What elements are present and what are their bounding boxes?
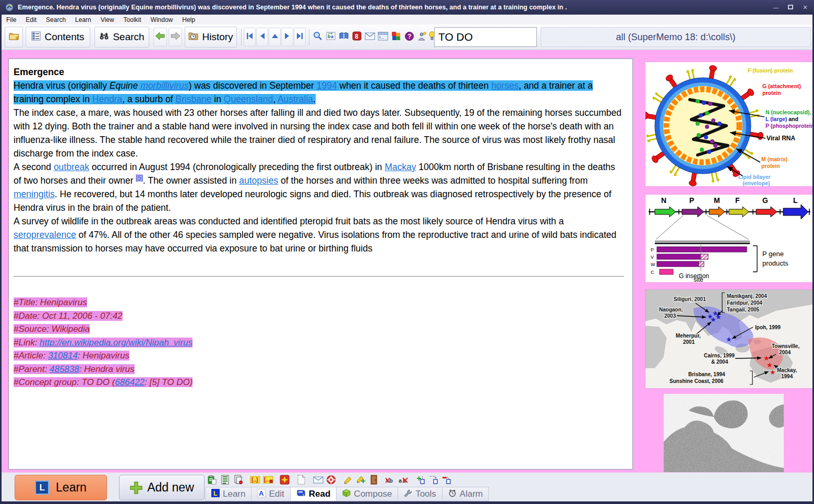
menu-bar: File Edit Search Learn View Toolkit Wind… [2, 15, 812, 25]
collection-selector[interactable]: all (SuperMemo 18: d:\colls\) [541, 27, 811, 47]
article-paragraph: The index case, a mare, was housed with … [14, 106, 625, 160]
gene-label-f: F [735, 196, 740, 205]
highlight-add-icon[interactable] [354, 474, 367, 486]
split-icon[interactable] [427, 474, 440, 486]
help-buoy-icon[interactable] [325, 474, 338, 486]
tab-learn[interactable]: L Learn [205, 487, 251, 501]
text-link[interactable]: 686422 [115, 377, 145, 387]
cloze-icon[interactable]: [.. [261, 474, 274, 486]
virus-diagram-image[interactable]: F (fusion) protein G (attachment) protei… [645, 62, 813, 187]
menu-learn[interactable]: Learn [70, 16, 96, 23]
email-article-icon[interactable] [312, 474, 325, 486]
previous-element-button[interactable] [256, 28, 268, 46]
text-link[interactable]: morbillivirus [140, 80, 188, 91]
text-link[interactable]: seroprevalence [14, 230, 76, 240]
contents-label: Contents [44, 31, 84, 43]
parent-element-icon [271, 32, 279, 42]
text-link[interactable]: Australia [278, 94, 313, 104]
paste-article-icon[interactable] [206, 474, 219, 486]
parent-element-button[interactable] [269, 28, 281, 46]
text-span: #Article: [14, 351, 48, 361]
open-collection-button[interactable]: ★ [5, 27, 23, 47]
rename-button[interactable]: I... [376, 28, 390, 46]
template-icon[interactable] [295, 474, 308, 486]
text-link[interactable]: Hendra [92, 94, 122, 104]
label-m-protein: M (matrix) [761, 156, 787, 162]
tab-read[interactable]: Read [290, 487, 337, 501]
text-link[interactable]: 310814 [48, 351, 78, 361]
electron-micrograph-image[interactable] [664, 394, 784, 472]
minimize-button[interactable]: — [772, 4, 780, 10]
back-button[interactable] [153, 28, 167, 46]
hint-button[interactable] [415, 28, 429, 46]
tab-edit[interactable]: A Edit [251, 487, 290, 501]
highlight-icon[interactable] [341, 474, 354, 486]
menu-window[interactable]: Window [146, 16, 178, 23]
clear-before-icon[interactable]: bx [384, 474, 397, 486]
email-button[interactable] [363, 28, 377, 46]
search-button[interactable]: Search [94, 27, 149, 47]
google-button[interactable]: 8 [350, 28, 364, 46]
learn-button-label: Learn [56, 481, 87, 495]
text-span: Equine [110, 80, 140, 91]
forward-button[interactable] [169, 28, 182, 46]
text-link[interactable]: outbreak [54, 162, 89, 172]
binoculars-icon [99, 31, 109, 43]
tab-compose[interactable]: Compose [336, 487, 398, 501]
menu-edit[interactable]: Edit [21, 16, 41, 23]
tools-tab-icon [404, 489, 412, 500]
reference-icon[interactable] [367, 474, 380, 486]
text-link[interactable]: Queensland [224, 94, 273, 104]
contents-button[interactable]: Contents [26, 27, 90, 47]
text-link[interactable]: 485838 [50, 364, 79, 374]
last-element-button[interactable] [294, 28, 306, 46]
copy-article-icon[interactable] [232, 474, 245, 486]
next-element-button[interactable] [281, 28, 293, 46]
text-span: when it caused the deaths of thirteen [337, 80, 492, 91]
clear-after-icon[interactable]: ab [397, 474, 410, 486]
article-component[interactable]: Emergence Hendra virus (originally Equin… [8, 58, 633, 470]
split-remove-icon[interactable] [440, 474, 453, 486]
svg-text:2003: 2003 [664, 313, 676, 319]
label-n-protein: N (nucleocapsid), [765, 109, 811, 115]
supermemo-window: Emergence. Hendra virus (originally Equi… [0, 0, 814, 504]
text-link[interactable]: meningitis [14, 189, 55, 199]
menu-help[interactable]: Help [177, 16, 200, 23]
menu-view[interactable]: View [96, 16, 119, 23]
translate-button[interactable]: ba [324, 28, 338, 46]
help-button[interactable]: ? [402, 28, 416, 46]
text-link[interactable]: 1994 [317, 80, 337, 91]
view-article-icon[interactable] [219, 474, 232, 486]
learn-button[interactable]: L Learn [15, 475, 107, 500]
menu-toolkit[interactable]: Toolkit [119, 16, 146, 23]
schedule-icon[interactable] [278, 474, 291, 486]
text-link[interactable]: horses [491, 80, 519, 91]
window-border-bottom [0, 501, 814, 504]
tab-tools[interactable]: Tools [398, 487, 442, 501]
text-link[interactable]: http://en.wikipedia.org/wiki/Nipah_virus [40, 338, 193, 347]
tab-alarm[interactable]: Alarm [442, 487, 489, 501]
extract-icon[interactable]: [..] [248, 474, 261, 486]
add-new-button[interactable]: Add new [119, 475, 205, 500]
mosaic-button[interactable] [389, 28, 403, 46]
gene-map-image[interactable]: N P M F G L P V W C [645, 194, 813, 283]
svg-text:★: ★ [726, 335, 732, 343]
outbreak-map-image[interactable]: ★★★★ ★ ★★★ Siligu [645, 289, 813, 389]
dictionary-button[interactable] [337, 28, 351, 46]
article-heading: Emergence [14, 65, 625, 79]
concept-group-input[interactable] [434, 27, 537, 47]
first-element-button[interactable] [244, 28, 256, 46]
text-link[interactable]: Mackay [385, 162, 416, 172]
text-link[interactable]: Brisbane [175, 94, 211, 104]
text-link[interactable]: [5] [136, 174, 142, 182]
close-button[interactable]: ✕ [801, 4, 809, 11]
gene-label-g: G [762, 196, 768, 205]
dictionary-icon [339, 31, 349, 43]
find-texts-button[interactable] [311, 28, 325, 46]
text-link[interactable]: autopsies [239, 175, 278, 186]
menu-file[interactable]: File [2, 16, 21, 23]
history-button[interactable]: History [185, 27, 237, 47]
menu-search[interactable]: Search [41, 16, 70, 23]
maximize-button[interactable] [787, 4, 794, 10]
split-add-icon[interactable] [414, 474, 427, 486]
